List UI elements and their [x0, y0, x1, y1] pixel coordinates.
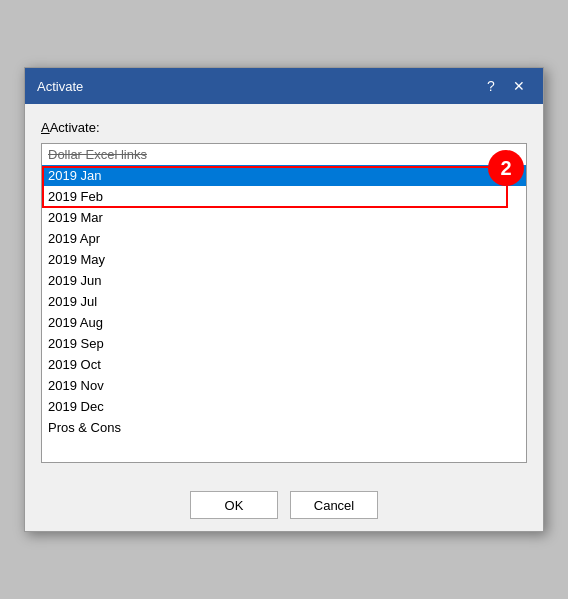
list-item[interactable]: 2019 Sep — [42, 333, 526, 354]
list-item[interactable]: 2019 Oct — [42, 354, 526, 375]
list-item[interactable]: Dollar Excel links — [42, 144, 526, 165]
list-item[interactable]: 2019 Aug — [42, 312, 526, 333]
listbox-wrapper: 2 Dollar Excel links2019 Jan2019 Feb2019… — [41, 143, 527, 463]
list-item[interactable]: 2019 Apr — [42, 228, 526, 249]
list-item[interactable]: 2019 Mar — [42, 207, 526, 228]
list-item[interactable]: 2019 Feb — [42, 186, 526, 207]
title-bar-right: ? ✕ — [479, 74, 531, 98]
list-item[interactable]: 2019 Dec — [42, 396, 526, 417]
title-bar: Activate ? ✕ — [25, 68, 543, 104]
dialog-body: AActivate: 2 Dollar Excel links2019 Jan2… — [25, 104, 543, 479]
dialog-footer: OK Cancel — [25, 479, 543, 531]
help-button[interactable]: ? — [479, 74, 503, 98]
list-item[interactable]: 2019 Jun — [42, 270, 526, 291]
cancel-button[interactable]: Cancel — [290, 491, 378, 519]
dialog-title: Activate — [37, 79, 83, 94]
list-item[interactable]: Pros & Cons — [42, 417, 526, 438]
list-item[interactable]: 2019 May — [42, 249, 526, 270]
list-item[interactable]: 2019 Jan — [42, 165, 526, 186]
listbox[interactable]: Dollar Excel links2019 Jan2019 Feb2019 M… — [42, 144, 526, 462]
activate-dialog: Activate ? ✕ AActivate: 2 Dollar Excel l… — [24, 67, 544, 532]
list-item[interactable]: 2019 Nov — [42, 375, 526, 396]
activate-label: AActivate: — [41, 120, 527, 135]
close-button[interactable]: ✕ — [507, 74, 531, 98]
title-bar-left: Activate — [37, 79, 83, 94]
ok-button[interactable]: OK — [190, 491, 278, 519]
list-item[interactable]: 2019 Jul — [42, 291, 526, 312]
